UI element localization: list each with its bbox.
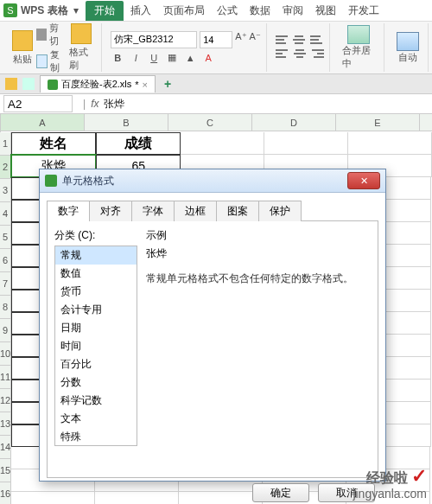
- bold-button[interactable]: B: [111, 51, 124, 65]
- wrap-text-button[interactable]: 自动: [393, 32, 422, 64]
- category-text[interactable]: 文本: [55, 410, 137, 428]
- dialog-tab-border[interactable]: 边框: [174, 201, 217, 221]
- row-header-8[interactable]: 8: [0, 296, 10, 319]
- dialog-tab-protect[interactable]: 保护: [258, 201, 302, 221]
- tab-formula[interactable]: 公式: [217, 3, 238, 18]
- category-accounting[interactable]: 会计专用: [55, 301, 137, 319]
- row-header-12[interactable]: 12: [0, 389, 10, 412]
- wrap-label: 自动: [398, 51, 417, 64]
- row-header-3[interactable]: 3: [0, 179, 10, 202]
- category-fraction[interactable]: 分数: [55, 373, 137, 392]
- doc-tab-close[interactable]: ×: [143, 80, 148, 90]
- cut-icon: [36, 29, 47, 41]
- tab-page-layout[interactable]: 页面布局: [163, 3, 205, 18]
- format-painter-button[interactable]: 格式刷: [66, 23, 96, 72]
- row-header-6[interactable]: 6: [0, 249, 10, 272]
- cell-format-dialog: 单元格格式 ✕ 数字 对齐 字体 边框 图案 保护 分类 (C): 常规 数值 …: [39, 169, 386, 482]
- home-icon[interactable]: [5, 78, 17, 90]
- italic-button[interactable]: I: [129, 51, 143, 65]
- paste-button[interactable]: 粘贴: [9, 30, 36, 66]
- cell-a1[interactable]: 姓名: [11, 132, 96, 155]
- row-header-1[interactable]: 1: [0, 132, 10, 156]
- col-header-f[interactable]: F: [420, 114, 432, 131]
- row-header-13[interactable]: 13: [0, 412, 10, 436]
- border-button[interactable]: ▦: [165, 51, 179, 65]
- row-header-15[interactable]: 15: [0, 459, 10, 482]
- dialog-tab-align[interactable]: 对齐: [89, 201, 132, 221]
- cell-c1[interactable]: [181, 132, 264, 155]
- category-scientific[interactable]: 科学记数: [55, 392, 137, 410]
- align-mid-icon[interactable]: [293, 34, 307, 48]
- document-tab[interactable]: 百度经验-表2.xls * ×: [40, 75, 156, 93]
- category-percentage[interactable]: 百分比: [55, 355, 137, 373]
- name-box[interactable]: [3, 95, 73, 112]
- templates-icon[interactable]: [22, 78, 35, 90]
- row-header-5[interactable]: 5: [0, 226, 10, 249]
- tab-data[interactable]: 数据: [250, 3, 270, 18]
- align-right-icon[interactable]: [310, 48, 324, 61]
- app-menu-dropdown[interactable]: ▾: [73, 4, 79, 16]
- copy-button[interactable]: 复制: [36, 48, 66, 74]
- row-header-2[interactable]: 2: [0, 156, 10, 179]
- merge-icon: [347, 25, 370, 44]
- row-header-11[interactable]: 11: [0, 366, 10, 389]
- category-time[interactable]: 时间: [55, 337, 137, 355]
- dialog-tab-pattern[interactable]: 图案: [216, 201, 259, 221]
- dialog-tab-number[interactable]: 数字: [47, 201, 90, 221]
- font-size-select[interactable]: [200, 31, 232, 48]
- tab-insert[interactable]: 插入: [130, 3, 151, 18]
- new-tab-button[interactable]: +: [161, 77, 175, 91]
- dialog-tab-font[interactable]: 字体: [131, 201, 175, 221]
- tab-view[interactable]: 视图: [315, 3, 336, 18]
- row-header-14[interactable]: 14: [0, 436, 10, 459]
- row-header-16[interactable]: 16: [0, 482, 10, 504]
- tab-developer[interactable]: 开发工: [348, 3, 379, 18]
- cell-d1[interactable]: [264, 132, 348, 155]
- decrease-font-button[interactable]: A⁻: [250, 31, 261, 48]
- doc-icon: [48, 80, 58, 90]
- fx-icon[interactable]: fx: [91, 98, 98, 110]
- category-number[interactable]: 数值: [55, 265, 137, 283]
- dialog-title: 单元格格式: [62, 174, 342, 188]
- dialog-tabs: 数字 对齐 字体 边框 图案 保护: [47, 200, 378, 220]
- align-left-icon[interactable]: [276, 48, 289, 61]
- dialog-close-button[interactable]: ✕: [347, 172, 380, 189]
- align-center-icon[interactable]: [293, 48, 307, 61]
- col-header-c[interactable]: C: [168, 114, 252, 131]
- row-header-10[interactable]: 10: [0, 342, 10, 366]
- category-list[interactable]: 常规 数值 货币 会计专用 日期 时间 百分比 分数 科学记数 文本 特殊 自定…: [54, 246, 137, 446]
- col-header-a[interactable]: A: [1, 114, 85, 131]
- formula-value[interactable]: 张烨: [104, 97, 124, 112]
- doc-tab-label: 百度经验-表2.xls: [61, 78, 131, 91]
- merge-center-button[interactable]: 合并居中: [339, 25, 378, 70]
- font-family-select[interactable]: [111, 31, 197, 48]
- category-currency[interactable]: 货币: [55, 283, 137, 301]
- col-header-b[interactable]: B: [85, 114, 168, 131]
- col-header-e[interactable]: E: [336, 114, 420, 131]
- fill-color-button[interactable]: ▲: [183, 51, 197, 65]
- tab-start[interactable]: 开始: [86, 1, 124, 21]
- watermark-url: jingyanla.com: [353, 488, 427, 501]
- underline-button[interactable]: U: [147, 51, 161, 65]
- col-header-d[interactable]: D: [252, 114, 336, 131]
- tab-review[interactable]: 审阅: [283, 3, 303, 18]
- font-color-button[interactable]: A: [201, 51, 215, 65]
- cell-b1[interactable]: 成绩: [96, 132, 181, 155]
- row-header-4[interactable]: 4: [0, 202, 10, 226]
- align-top-icon[interactable]: [276, 34, 289, 48]
- dialog-titlebar[interactable]: 单元格格式 ✕: [40, 169, 385, 193]
- row-header-7[interactable]: 7: [0, 272, 10, 296]
- category-date[interactable]: 日期: [55, 319, 137, 337]
- category-special[interactable]: 特殊: [55, 428, 137, 446]
- watermark-check-icon: ✓: [411, 465, 427, 487]
- sample-description: 常规单元格格式不包含任何特定的数字格式。: [146, 271, 371, 286]
- category-general[interactable]: 常规: [55, 246, 137, 265]
- align-bot-icon[interactable]: [310, 34, 324, 48]
- row-header-9[interactable]: 9: [0, 319, 10, 342]
- increase-font-button[interactable]: A⁺: [235, 31, 246, 48]
- copy-icon: [36, 54, 48, 68]
- cut-button[interactable]: 剪切: [36, 22, 66, 48]
- ok-button[interactable]: 确定: [252, 483, 309, 502]
- cell-e1[interactable]: [348, 132, 432, 155]
- app-logo-icon: S: [3, 3, 17, 17]
